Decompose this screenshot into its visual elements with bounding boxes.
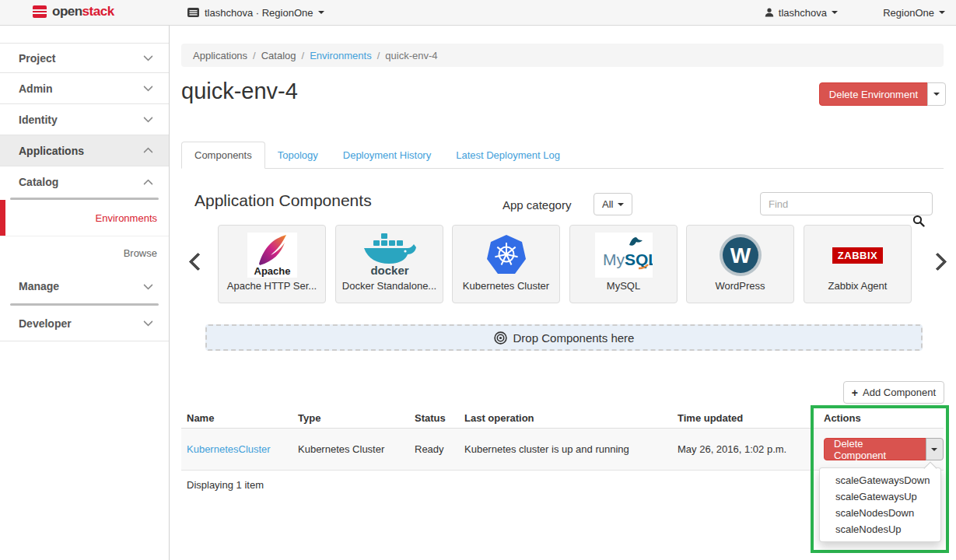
openstack-cube-icon: [32, 4, 47, 19]
sidebar-item-manage[interactable]: Manage: [0, 269, 169, 303]
component-card-apache[interactable]: Apache Apache HTTP Ser...: [218, 225, 326, 303]
drop-components-zone[interactable]: Drop Components here: [205, 324, 923, 351]
horizon-dashboard: openstack tlashchova · RegionOne tlashch…: [0, 0, 956, 560]
top-navbar: openstack tlashchova · RegionOne tlashch…: [0, 0, 956, 26]
project-region-switcher[interactable]: tlashchova · RegionOne: [187, 0, 324, 25]
sidebar: Project Admin Identity Applications Cata…: [0, 26, 170, 560]
chevron-down-icon: [939, 11, 945, 14]
chevron-down-icon: [931, 448, 937, 451]
delete-component-split-button: Delete Component: [824, 438, 944, 460]
component-card-wordpress[interactable]: W WordPress: [686, 225, 794, 303]
delete-environment-split-button: Delete Environment: [819, 82, 946, 106]
sidebar-item-browse[interactable]: Browse: [0, 236, 169, 269]
tab-components[interactable]: Components: [181, 142, 265, 169]
component-card-label: Kubernetes Cluster: [453, 280, 559, 292]
component-type: Kubernetes Cluster: [298, 443, 415, 455]
column-header-status: Status: [415, 412, 464, 424]
svg-text:W: W: [730, 243, 751, 268]
zabbix-logo-icon: ZABBIX: [804, 230, 911, 280]
menu-item-scale-gateways-up[interactable]: scaleGatewaysUp: [820, 488, 940, 505]
sidebar-item-project[interactable]: Project: [0, 44, 169, 73]
component-card-kubernetes[interactable]: Kubernetes Cluster: [452, 225, 560, 303]
breadcrumb-environments-link[interactable]: Environments: [310, 50, 371, 61]
app-category-dropdown[interactable]: All: [594, 193, 632, 215]
section-heading: Application Components: [194, 191, 372, 210]
sidebar-item-admin[interactable]: Admin: [0, 73, 169, 104]
openstack-logo[interactable]: openstack: [32, 4, 114, 19]
target-icon: [494, 331, 507, 345]
sidebar-item-label: Catalog: [19, 176, 58, 188]
sidebar-item-identity[interactable]: Identity: [0, 104, 169, 135]
table-row: KubernetesCluster Kubernetes Cluster Rea…: [181, 429, 944, 471]
context-label: tlashchova · RegionOne: [205, 7, 313, 19]
sidebar-item-developer[interactable]: Developer: [0, 306, 169, 341]
chevron-down-icon: [832, 11, 838, 14]
component-card-label: MySQL: [570, 280, 677, 292]
sidebar-item-catalog[interactable]: Catalog: [0, 166, 169, 198]
apache-logo-icon: Apache: [219, 230, 325, 280]
svg-text:Apache: Apache: [254, 265, 290, 277]
component-card-docker[interactable]: docker Docker Standalone...: [335, 225, 443, 303]
chevron-down-icon: [143, 317, 153, 327]
chevron-up-icon: [143, 147, 153, 157]
component-card-zabbix[interactable]: ZABBIX Zabbix Agent: [804, 225, 912, 303]
menu-item-scale-nodes-down[interactable]: scaleNodesDown: [820, 505, 940, 521]
table-header-row: Name Type Status Last operation Time upd…: [181, 408, 944, 429]
component-time-updated: May 26, 2016, 1:02 p.m.: [678, 443, 824, 455]
delete-environment-button[interactable]: Delete Environment: [819, 82, 928, 106]
sidebar-item-label: Project: [19, 52, 55, 65]
menu-item-scale-gateways-down[interactable]: scaleGatewaysDown: [820, 472, 940, 488]
tab-deployment-history[interactable]: Deployment History: [331, 142, 443, 168]
carousel-left-arrow[interactable]: [188, 252, 207, 271]
delete-environment-dropdown-toggle[interactable]: [927, 82, 946, 106]
menu-item-scale-nodes-up[interactable]: scaleNodesUp: [820, 521, 940, 537]
column-header-type: Type: [298, 412, 415, 424]
component-card-mysql[interactable]: MySQL. MySQL: [569, 225, 678, 303]
component-card-label: Docker Standalone...: [336, 280, 443, 292]
sidebar-spacer: [0, 26, 169, 44]
user-name: tlashchova: [779, 7, 827, 19]
delete-component-dropdown-toggle[interactable]: [926, 438, 944, 460]
component-name-link[interactable]: KubernetesCluster: [187, 443, 271, 455]
sidebar-item-label: Browse: [124, 247, 157, 259]
sidebar-item-environments[interactable]: Environments: [0, 200, 169, 236]
wordpress-logo-icon: W: [687, 230, 793, 280]
chevron-down-icon: [143, 51, 153, 61]
component-last-operation: Kubernetes cluster is up and running: [464, 443, 678, 455]
component-actions-menu: scaleGatewaysDown scaleGatewaysUp scaleN…: [819, 467, 941, 542]
breadcrumb-separator: /: [253, 50, 256, 61]
delete-component-button[interactable]: Delete Component: [824, 438, 926, 460]
column-header-actions: Actions: [824, 412, 944, 424]
component-status: Ready: [415, 443, 464, 455]
add-component-button[interactable]: + Add Component: [843, 381, 944, 404]
sidebar-item-label: Environments: [96, 212, 157, 224]
page-title: quick-env-4: [181, 79, 298, 104]
plus-icon: +: [852, 387, 858, 399]
region-menu[interactable]: RegionOne: [883, 0, 945, 25]
carousel-right-arrow[interactable]: [928, 252, 947, 271]
mysql-logo-icon: MySQL.: [570, 230, 677, 280]
add-component-label: Add Component: [863, 387, 936, 398]
chevron-down-icon: [143, 113, 153, 123]
chevron-up-icon: [143, 179, 153, 189]
sidebar-item-label: Identity: [19, 114, 58, 126]
app-category-label: App category: [503, 198, 571, 212]
drop-zone-label: Drop Components here: [513, 331, 635, 345]
breadcrumb-separator: /: [302, 50, 305, 61]
breadcrumb-applications: Applications: [193, 50, 247, 61]
user-icon: [765, 8, 774, 17]
region-name: RegionOne: [883, 7, 934, 19]
breadcrumb-separator: /: [377, 50, 380, 61]
user-menu[interactable]: tlashchova: [765, 0, 838, 25]
chevron-down-icon: [143, 82, 153, 92]
tab-latest-deployment-log[interactable]: Latest Deployment Log: [443, 142, 573, 168]
tab-topology[interactable]: Topology: [265, 142, 331, 168]
sidebar-item-applications[interactable]: Applications: [0, 135, 169, 166]
find-input[interactable]: [760, 192, 933, 215]
component-card-label: WordPress: [687, 280, 793, 292]
search-icon[interactable]: [912, 215, 925, 230]
tab-bar: Components Topology Deployment History L…: [181, 142, 944, 169]
docker-logo-icon: docker: [336, 230, 443, 280]
column-header-name: Name: [181, 412, 298, 424]
breadcrumb-catalog: Catalog: [261, 50, 296, 61]
